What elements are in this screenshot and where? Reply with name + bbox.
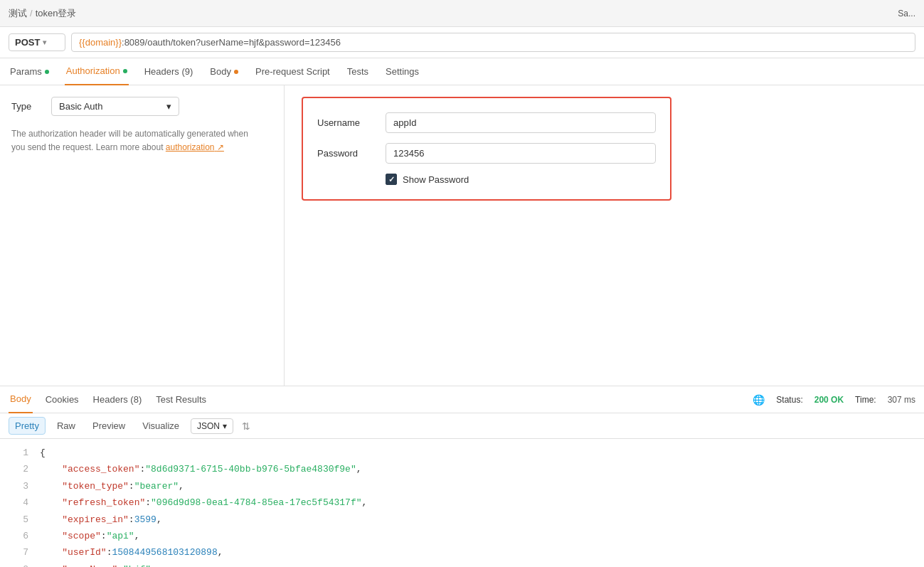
response-tabs: Body Cookies Headers (8) Test Results 🌐 … xyxy=(0,386,924,413)
auth-left-panel: Type Basic Auth ▾ The authorization head… xyxy=(0,85,285,386)
body-dot xyxy=(234,70,238,74)
response-tab-headers-label: Headers (8) xyxy=(93,394,142,405)
tab-tests[interactable]: Tests xyxy=(346,58,370,85)
password-row: Password xyxy=(317,143,656,164)
format-tab-pretty[interactable]: Pretty xyxy=(9,417,46,435)
format-tab-visualize[interactable]: Visualize xyxy=(137,418,185,434)
breadcrumb-sep: / xyxy=(30,8,33,18)
show-password-row: Show Password xyxy=(386,174,656,185)
json-line-1: 1 { xyxy=(11,445,913,461)
json-line-8: 8 "userName" : "hjf" , xyxy=(11,561,913,567)
chevron-down-icon: ▾ xyxy=(166,101,171,112)
type-value: Basic Auth xyxy=(59,101,102,112)
format-tab-raw-label: Raw xyxy=(57,420,75,431)
format-tab-preview-label: Preview xyxy=(92,420,125,431)
auth-credentials-box: Username Password Show Password xyxy=(302,97,671,201)
response-tab-test-results[interactable]: Test Results xyxy=(154,386,208,413)
breadcrumb-part2: token登录 xyxy=(36,7,77,20)
type-label: Type xyxy=(11,101,40,112)
chevron-down-icon: ▾ xyxy=(43,38,46,46)
json-line-5: 5 "expires_in" : 3599 , xyxy=(11,512,913,528)
format-select[interactable]: JSON ▾ xyxy=(191,418,233,434)
response-tab-test-results-label: Test Results xyxy=(156,394,206,405)
main-content: Type Basic Auth ▾ The authorization head… xyxy=(0,85,924,386)
type-select[interactable]: Basic Auth ▾ xyxy=(51,97,179,116)
type-row: Type Basic Auth ▾ xyxy=(11,97,272,116)
tab-settings[interactable]: Settings xyxy=(384,58,420,85)
username-input[interactable] xyxy=(386,112,656,133)
breadcrumb-part1: 测试 xyxy=(9,7,27,20)
format-tabs: Pretty Raw Preview Visualize JSON ▾ ⇅ xyxy=(0,413,924,439)
password-label: Password xyxy=(317,148,374,159)
request-tabs: Params Authorization Headers (9) Body Pr… xyxy=(0,58,924,85)
tab-pre-request[interactable]: Pre-request Script xyxy=(254,58,331,85)
response-status: 🌐 Status: 200 OK Time: 307 ms xyxy=(753,394,915,406)
url-path: :8089/oauth/token?userName=hjf&password=… xyxy=(122,37,341,48)
breadcrumb: 测试 / token登录 xyxy=(9,7,76,20)
format-tab-raw[interactable]: Raw xyxy=(51,418,81,434)
password-input[interactable] xyxy=(386,143,656,164)
format-select-value: JSON xyxy=(197,421,220,431)
response-tab-headers[interactable]: Headers (8) xyxy=(92,386,144,413)
tab-headers[interactable]: Headers (9) xyxy=(143,58,195,85)
method-text: POST xyxy=(15,37,40,48)
format-tab-pretty-label: Pretty xyxy=(15,420,39,431)
auth-learn-more-link[interactable]: authorization ↗ xyxy=(166,142,224,152)
authorization-dot xyxy=(123,69,127,73)
tab-headers-label: Headers (9) xyxy=(144,66,193,77)
globe-icon: 🌐 xyxy=(753,394,765,406)
json-line-3: 3 "token_type" : "bearer" , xyxy=(11,478,913,494)
tab-params-label: Params xyxy=(10,66,42,77)
url-bar: POST ▾ {{domain}}:8089/oauth/token?userN… xyxy=(0,27,924,58)
username-row: Username xyxy=(317,112,656,133)
json-body: 1 { 2 "access_token" : "8d6d9371-6715-40… xyxy=(0,439,924,567)
auth-right-panel: Username Password Show Password xyxy=(285,85,924,386)
tab-settings-label: Settings xyxy=(386,66,419,77)
tab-params[interactable]: Params xyxy=(9,58,51,85)
time-label: Time: xyxy=(855,395,876,405)
tab-body[interactable]: Body xyxy=(208,58,240,85)
response-area: Body Cookies Headers (8) Test Results 🌐 … xyxy=(0,386,924,567)
tab-authorization[interactable]: Authorization xyxy=(65,58,129,85)
json-line-7: 7 "userId" : 1508449568103120898 , xyxy=(11,544,913,561)
url-domain: {{domain}} xyxy=(79,37,122,48)
response-tab-body-label: Body xyxy=(10,393,31,404)
response-tab-cookies[interactable]: Cookies xyxy=(44,386,80,413)
json-line-4: 4 "refresh_token" : "096d9d98-0ea1-4784-… xyxy=(11,494,913,511)
status-label: Status: xyxy=(776,395,802,405)
top-bar: 测试 / token登录 Sa... xyxy=(0,0,924,27)
auth-description: The authorization header will be automat… xyxy=(11,127,272,154)
tab-tests-label: Tests xyxy=(347,66,368,77)
method-select[interactable]: POST ▾ xyxy=(9,33,65,51)
username-label: Username xyxy=(317,117,374,128)
json-line-6: 6 "scope" : "api" , xyxy=(11,528,913,544)
status-value: 200 OK xyxy=(814,395,844,405)
chevron-down-icon: ▾ xyxy=(223,421,227,431)
save-button[interactable]: Sa... xyxy=(898,9,915,18)
time-value: 307 ms xyxy=(888,395,915,405)
params-dot xyxy=(45,70,49,74)
tab-authorization-label: Authorization xyxy=(66,65,120,76)
tab-pre-request-label: Pre-request Script xyxy=(255,66,330,77)
desc-line2: you send the request. Learn more about xyxy=(11,142,163,152)
show-password-checkbox[interactable] xyxy=(386,174,397,185)
desc-line1: The authorization header will be automat… xyxy=(11,129,248,139)
format-tab-preview[interactable]: Preview xyxy=(87,418,131,434)
response-tab-cookies-label: Cookies xyxy=(46,394,79,405)
url-input[interactable]: {{domain}}:8089/oauth/token?userName=hjf… xyxy=(71,33,915,52)
json-line-2: 2 "access_token" : "8d6d9371-6715-40bb-b… xyxy=(11,461,913,477)
response-tab-body[interactable]: Body xyxy=(9,386,33,413)
show-password-label: Show Password xyxy=(403,174,469,185)
filter-icon[interactable]: ⇅ xyxy=(242,420,250,432)
tab-body-label: Body xyxy=(210,66,231,77)
format-tab-visualize-label: Visualize xyxy=(142,420,179,431)
